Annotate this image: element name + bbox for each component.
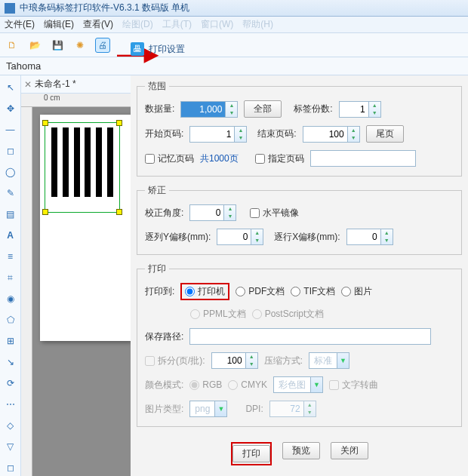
color-mode-label: 颜色模式: [145,379,183,392]
spinner-icon[interactable]: ▲▼ [303,401,316,416]
barcode-icon[interactable]: ⌗ [3,270,18,285]
handle-icon[interactable] [42,120,48,126]
triangle-icon[interactable]: ▽ [3,439,18,454]
diamond-icon[interactable]: ◇ [3,418,18,433]
data-count-input[interactable]: ▲▼ [180,101,238,118]
mirror-checkbox[interactable]: 水平镜像 [250,207,299,220]
menu-file[interactable]: 文件(E) [5,18,35,31]
compress-combo[interactable]: 标准 ▼ [309,352,349,369]
new-doc-icon[interactable]: 🗋 [5,38,20,53]
opt-printer-radio[interactable]: 打印机 [185,285,225,298]
print-icon[interactable]: 🖨 [95,38,110,53]
chevron-down-icon[interactable]: ▼ [310,377,322,392]
text-icon[interactable]: A [3,228,18,243]
outline-text-checkbox[interactable]: 文字转曲 [329,379,378,392]
richtext-icon[interactable]: ≡ [3,249,18,264]
spinner-icon[interactable]: ▲▼ [347,127,359,142]
pointer-icon[interactable]: ↖ [3,80,18,95]
angle-input[interactable]: ▲▼ [189,204,236,221]
handle-icon[interactable] [42,209,48,215]
menu-help[interactable]: 帮助(H) [242,18,273,31]
qrcode-icon[interactable]: ◉ [3,291,18,306]
menu-shape[interactable]: 绘图(D) [122,18,153,31]
y-offset-input[interactable]: ▲▼ [217,229,263,245]
opt-cmyk-radio[interactable]: CMYK [228,379,267,390]
all-button[interactable]: 全部 [244,100,282,118]
img-type-combo[interactable]: png ▼ [189,401,227,417]
barcode-object[interactable] [45,122,120,213]
close-icon[interactable]: ✕ [24,79,32,90]
y-offset-label: 逐列Y偏移(mm): [145,231,211,244]
dpi-input[interactable]: ▲▼ [269,401,316,417]
more-icon[interactable]: ⋯ [3,397,18,412]
rect-icon[interactable]: ◻ [3,143,18,158]
last-page-button[interactable]: 尾页 [366,125,404,143]
polygon-icon[interactable]: ⬠ [3,312,18,327]
handle-icon[interactable] [116,209,122,215]
x-offset-label: 逐行X偏移(mm): [274,231,340,244]
spinner-icon[interactable]: ▲▼ [380,229,393,244]
opt-pdf-radio[interactable]: PDF文档 [236,285,285,298]
range-group: 范围 数据量: ▲▼ 全部 标签份数: ▲▼ 开始页码: ▲▼ [137,80,462,177]
specify-page-checkbox[interactable]: 指定页码 [255,152,304,165]
start-page-input[interactable]: ▲▼ [189,126,247,143]
end-page-input[interactable]: ▲▼ [303,126,360,143]
spinner-icon[interactable]: ▲▼ [368,102,380,117]
app-icon [5,3,15,14]
data-count-label: 数据量: [145,103,174,115]
split-input[interactable]: ▲▼ [211,352,258,369]
chevron-down-icon[interactable]: ▼ [214,401,226,416]
remember-page-checkbox[interactable]: 记忆页码 [145,152,194,165]
spinner-icon[interactable]: ▲▼ [223,205,236,220]
gear-icon[interactable]: ✺ [72,38,88,53]
barcode-bars-icon [51,127,113,197]
spinner-icon[interactable]: ▲▼ [251,229,263,244]
spinner-icon[interactable]: ▲▼ [225,102,237,117]
rotate-icon[interactable]: ⟳ [3,376,18,391]
opt-tif-radio[interactable]: TIF文档 [291,285,335,298]
total-pages-link[interactable]: 共1000页 [200,152,239,165]
image-icon[interactable]: ▤ [3,207,18,222]
x-offset-input[interactable]: ▲▼ [346,229,393,245]
print-legend: 打印 [145,263,169,275]
split-checkbox[interactable]: 拆分(页/批): [145,355,205,367]
menu-view[interactable]: 查看(V) [83,18,113,31]
label-page[interactable] [40,115,131,341]
menu-window[interactable]: 窗口(W) [201,18,233,31]
label-copies-label: 标签份数: [294,103,332,115]
table-icon[interactable]: ⊞ [3,333,18,349]
chevron-down-icon[interactable]: ▼ [337,353,349,368]
save-icon[interactable]: 💾 [50,38,65,53]
spinner-icon[interactable]: ▲▼ [245,353,257,368]
menubar: 文件(E) 编辑(E) 查看(V) 绘图(D) 工具(T) 窗口(W) 帮助(H… [0,17,468,33]
arrow-tool-icon[interactable]: ↘ [3,355,18,370]
open-icon[interactable]: 📂 [27,38,42,53]
line-icon[interactable]: — [3,122,18,137]
opt-ppml-radio[interactable]: PPML文档 [190,308,246,321]
correction-legend: 矫正 [145,184,169,197]
preview-button[interactable]: 预览 [282,442,320,459]
square-icon[interactable]: ◻ [3,460,18,475]
print-settings-icon: 🖶 [131,42,144,56]
save-path-input[interactable] [189,328,431,345]
label-copies-input[interactable]: ▲▼ [339,101,381,118]
color-combo[interactable]: 彩色图 ▼ [273,376,323,393]
opt-ps-radio[interactable]: PostScript文档 [252,308,325,321]
menu-tool[interactable]: 工具(T) [162,18,192,31]
highlight-print-button: 打印 [231,442,272,465]
opt-img-radio[interactable]: 图片 [341,285,372,298]
handle-icon[interactable] [116,120,122,126]
font-name-display[interactable]: Tahoma [6,60,41,72]
document-tab[interactable]: ✕ 未命名-1 * [21,75,131,94]
specify-page-input[interactable] [310,150,416,167]
ellipse-icon[interactable]: ◯ [3,164,18,180]
pencil-icon[interactable]: ✎ [3,186,18,201]
document-viewport[interactable] [32,107,131,476]
move-icon[interactable]: ✥ [3,101,18,116]
dialog-title: 打印设置 [149,43,185,56]
menu-edit[interactable]: 编辑(E) [44,18,74,31]
opt-rgb-radio[interactable]: RGB [189,379,222,390]
print-button[interactable]: 打印 [232,445,270,462]
close-button[interactable]: 关闭 [331,442,368,459]
spinner-icon[interactable]: ▲▼ [234,127,246,142]
